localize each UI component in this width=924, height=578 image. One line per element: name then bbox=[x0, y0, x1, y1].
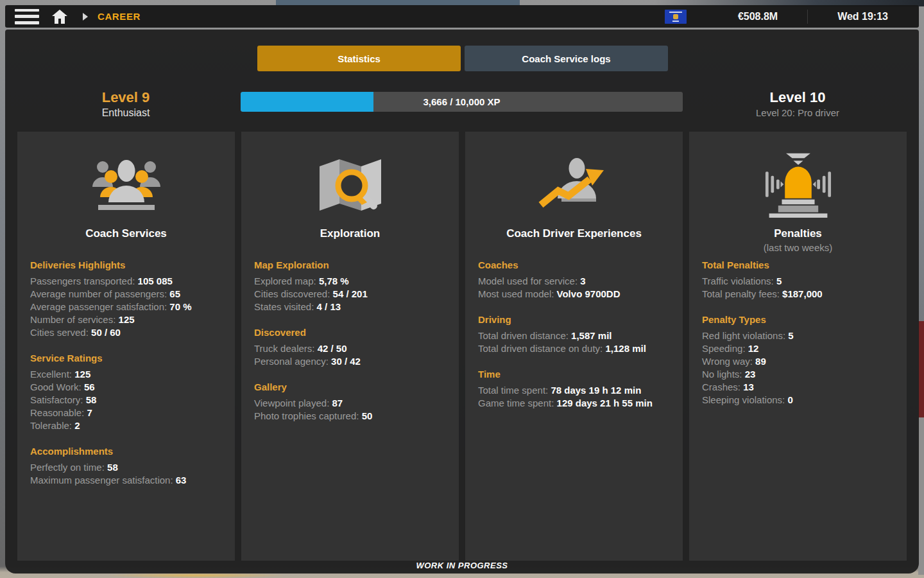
passengers-group-icon bbox=[30, 152, 222, 216]
card-exploration: Exploration Map Exploration Explored map… bbox=[241, 132, 459, 561]
stat-row: Traffic violations: 5 bbox=[702, 275, 894, 288]
card-coach-driver-experiences: Coach Driver Experiences Coaches Model u… bbox=[465, 132, 683, 561]
stat-row: Excellent: 125 bbox=[30, 368, 222, 381]
stat-row: Crashes: 13 bbox=[702, 381, 894, 394]
stat-row: Red light violations: 5 bbox=[702, 329, 894, 342]
stat-row: Most used model: Volvo 9700DD bbox=[478, 288, 670, 301]
stat-row: Sleeping violations: 0 bbox=[702, 394, 894, 407]
map-magnifier-icon bbox=[254, 152, 446, 216]
section-gallery: Gallery Viewpoint played: 87 Photo troph… bbox=[254, 381, 446, 423]
next-milestone-label: Level 20: Pro driver bbox=[701, 106, 894, 119]
tab-coach-service-logs[interactable]: Coach Service logs bbox=[465, 46, 668, 71]
stat-row: States visited: 4 / 13 bbox=[254, 301, 446, 313]
card-title: Exploration bbox=[254, 227, 446, 240]
money-balance: €508.8M bbox=[738, 11, 778, 22]
section-service-ratings: Service Ratings Excellent: 125 Good Work… bbox=[30, 352, 222, 432]
divider bbox=[807, 10, 808, 24]
background-scene bbox=[918, 417, 924, 575]
statistics-cards: Coach Services Deliveries Highlights Pas… bbox=[17, 132, 907, 561]
stat-row: Cities discovered: 54 / 201 bbox=[254, 288, 446, 301]
stat-row: Perfectly on time: 58 bbox=[30, 461, 222, 474]
stat-row: Satisfactory: 58 bbox=[30, 394, 222, 407]
section-discovered: Discovered Truck dealers: 42 / 50 Person… bbox=[254, 326, 446, 368]
stat-row: Number of services: 125 bbox=[30, 313, 222, 326]
stat-row: Tolerable: 2 bbox=[30, 419, 222, 432]
stat-row: Good Work: 56 bbox=[30, 381, 222, 394]
game-clock: Wed 19:13 bbox=[837, 11, 888, 22]
stat-row: Total driven distance: 1,587 mil bbox=[478, 329, 670, 342]
stat-row: Total penalty fees: $187,000 bbox=[702, 288, 894, 301]
stat-row: Average number of passengers: 65 bbox=[30, 288, 222, 301]
stat-row: Total driven distance on duty: 1,128 mil bbox=[478, 342, 670, 355]
section-total-penalties: Total Penalties Traffic violations: 5 To… bbox=[702, 259, 894, 301]
stat-row: Wrong way: 89 bbox=[702, 355, 894, 368]
current-level-label: Level 9 bbox=[30, 89, 222, 106]
stat-row: Personal agency: 30 / 42 bbox=[254, 355, 446, 368]
stat-row: Explored map: 5,78 % bbox=[254, 275, 446, 288]
top-bar: CAREER €508.8M Wed 19:13 bbox=[5, 5, 919, 28]
section-time: Time Total time spent: 78 days 19 h 12 m… bbox=[478, 368, 670, 410]
stat-row: Game time spent: 129 days 21 h 55 min bbox=[478, 397, 670, 410]
current-level-title: Enthusiast bbox=[30, 106, 222, 119]
stat-row: Model used for service: 3 bbox=[478, 275, 670, 288]
home-icon[interactable] bbox=[51, 8, 68, 25]
background-scene-road bbox=[109, 573, 282, 578]
current-level-block: Level 9 Enthusiast bbox=[30, 89, 222, 119]
card-penalties: Penalties (last two weeks) Total Penalti… bbox=[689, 132, 907, 561]
section-penalty-types: Penalty Types Red light violations: 5 Sp… bbox=[702, 313, 894, 407]
section-map-exploration: Map Exploration Explored map: 5,78 % Cit… bbox=[254, 259, 446, 313]
tab-statistics[interactable]: Statistics bbox=[257, 46, 461, 71]
stat-row: Speeding: 12 bbox=[702, 342, 894, 355]
stat-row: Total time spent: 78 days 19 h 12 min bbox=[478, 384, 670, 397]
stat-row: Cities served: 50 / 60 bbox=[30, 326, 222, 339]
xp-progress-bar: 3,666 / 10,000 XP bbox=[241, 92, 683, 112]
stat-row: Average passenger satisfaction: 70 % bbox=[30, 301, 222, 313]
stat-row: Truck dealers: 42 / 50 bbox=[254, 342, 446, 355]
stat-row: No lights: 23 bbox=[702, 368, 894, 381]
siren-penalty-icon bbox=[702, 152, 894, 216]
card-title: Coach Services bbox=[30, 227, 222, 240]
card-coach-services: Coach Services Deliveries Highlights Pas… bbox=[17, 132, 235, 561]
card-title: Penalties bbox=[702, 227, 894, 240]
chevron-right-icon bbox=[83, 13, 88, 21]
breadcrumb: CAREER bbox=[98, 11, 141, 22]
stat-row: Passengers transported: 105 085 bbox=[30, 275, 222, 288]
section-driving: Driving Total driven distance: 1,587 mil… bbox=[478, 313, 670, 355]
stat-row: Viewpoint played: 87 bbox=[254, 397, 446, 410]
section-deliveries-highlights: Deliveries Highlights Passengers transpo… bbox=[30, 259, 222, 339]
card-subtitle: (last two weeks) bbox=[702, 242, 894, 254]
driver-growth-arrow-icon bbox=[478, 152, 670, 216]
wisconsin-flag-icon bbox=[665, 10, 687, 24]
card-title: Coach Driver Experiences bbox=[478, 227, 670, 240]
next-level-block: Level 10 Level 20: Pro driver bbox=[701, 89, 894, 119]
background-scene-truck bbox=[918, 321, 924, 417]
stat-row: Reasonable: 7 bbox=[30, 407, 222, 419]
section-coaches: Coaches Model used for service: 3 Most u… bbox=[478, 259, 670, 301]
work-in-progress-note: WORK IN PROGRESS bbox=[5, 561, 919, 570]
tab-bar: Statistics Coach Service logs bbox=[257, 46, 668, 71]
stat-row: Photo trophies captured: 50 bbox=[254, 410, 446, 423]
career-statistics-panel: Statistics Coach Service logs Level 9 En… bbox=[5, 30, 919, 574]
next-level-label: Level 10 bbox=[701, 89, 894, 106]
xp-progress-text: 3,666 / 10,000 XP bbox=[241, 92, 683, 112]
hamburger-menu-icon[interactable] bbox=[15, 9, 39, 24]
stat-row: Maximum passenger satisfaction: 63 bbox=[30, 474, 222, 487]
section-accomplishments: Accomplishments Perfectly on time: 58 Ma… bbox=[30, 445, 222, 487]
